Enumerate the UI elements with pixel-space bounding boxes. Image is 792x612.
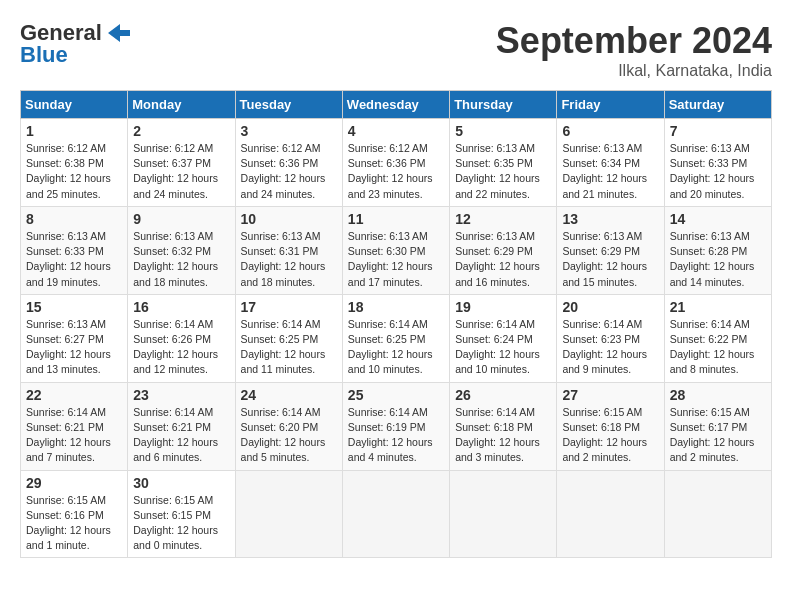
col-wednesday: Wednesday: [342, 91, 449, 119]
calendar-cell: [664, 470, 771, 558]
day-number: 18: [348, 299, 444, 315]
day-number: 20: [562, 299, 658, 315]
calendar-cell: 10Sunrise: 6:13 AM Sunset: 6:31 PM Dayli…: [235, 206, 342, 294]
calendar-cell: 17Sunrise: 6:14 AM Sunset: 6:25 PM Dayli…: [235, 294, 342, 382]
calendar-cell: 28Sunrise: 6:15 AM Sunset: 6:17 PM Dayli…: [664, 382, 771, 470]
day-details: Sunrise: 6:14 AM Sunset: 6:22 PM Dayligh…: [670, 317, 766, 378]
calendar-cell: 23Sunrise: 6:14 AM Sunset: 6:21 PM Dayli…: [128, 382, 235, 470]
calendar-cell: 14Sunrise: 6:13 AM Sunset: 6:28 PM Dayli…: [664, 206, 771, 294]
day-number: 28: [670, 387, 766, 403]
day-number: 16: [133, 299, 229, 315]
day-details: Sunrise: 6:14 AM Sunset: 6:25 PM Dayligh…: [241, 317, 337, 378]
col-tuesday: Tuesday: [235, 91, 342, 119]
calendar-cell: [450, 470, 557, 558]
day-number: 26: [455, 387, 551, 403]
day-details: Sunrise: 6:13 AM Sunset: 6:33 PM Dayligh…: [670, 141, 766, 202]
calendar-cell: 1Sunrise: 6:12 AM Sunset: 6:38 PM Daylig…: [21, 119, 128, 207]
day-number: 13: [562, 211, 658, 227]
day-number: 11: [348, 211, 444, 227]
calendar-week-row: 15Sunrise: 6:13 AM Sunset: 6:27 PM Dayli…: [21, 294, 772, 382]
col-saturday: Saturday: [664, 91, 771, 119]
calendar-cell: 9Sunrise: 6:13 AM Sunset: 6:32 PM Daylig…: [128, 206, 235, 294]
day-details: Sunrise: 6:12 AM Sunset: 6:36 PM Dayligh…: [348, 141, 444, 202]
calendar-cell: 8Sunrise: 6:13 AM Sunset: 6:33 PM Daylig…: [21, 206, 128, 294]
calendar-week-row: 1Sunrise: 6:12 AM Sunset: 6:38 PM Daylig…: [21, 119, 772, 207]
day-details: Sunrise: 6:12 AM Sunset: 6:37 PM Dayligh…: [133, 141, 229, 202]
logo-arrow-icon: [104, 22, 132, 44]
day-number: 6: [562, 123, 658, 139]
calendar-week-row: 8Sunrise: 6:13 AM Sunset: 6:33 PM Daylig…: [21, 206, 772, 294]
calendar-cell: 27Sunrise: 6:15 AM Sunset: 6:18 PM Dayli…: [557, 382, 664, 470]
calendar-cell: 16Sunrise: 6:14 AM Sunset: 6:26 PM Dayli…: [128, 294, 235, 382]
calendar-cell: [235, 470, 342, 558]
day-details: Sunrise: 6:14 AM Sunset: 6:20 PM Dayligh…: [241, 405, 337, 466]
day-number: 2: [133, 123, 229, 139]
day-number: 29: [26, 475, 122, 491]
day-number: 3: [241, 123, 337, 139]
svg-marker-0: [108, 24, 130, 42]
day-number: 22: [26, 387, 122, 403]
day-number: 14: [670, 211, 766, 227]
calendar-cell: 18Sunrise: 6:14 AM Sunset: 6:25 PM Dayli…: [342, 294, 449, 382]
col-thursday: Thursday: [450, 91, 557, 119]
calendar-cell: 3Sunrise: 6:12 AM Sunset: 6:36 PM Daylig…: [235, 119, 342, 207]
logo-text-blue: Blue: [20, 42, 68, 68]
day-details: Sunrise: 6:14 AM Sunset: 6:21 PM Dayligh…: [26, 405, 122, 466]
day-details: Sunrise: 6:15 AM Sunset: 6:16 PM Dayligh…: [26, 493, 122, 554]
calendar-cell: 4Sunrise: 6:12 AM Sunset: 6:36 PM Daylig…: [342, 119, 449, 207]
day-details: Sunrise: 6:13 AM Sunset: 6:29 PM Dayligh…: [562, 229, 658, 290]
day-details: Sunrise: 6:13 AM Sunset: 6:35 PM Dayligh…: [455, 141, 551, 202]
calendar-cell: [557, 470, 664, 558]
day-details: Sunrise: 6:13 AM Sunset: 6:34 PM Dayligh…: [562, 141, 658, 202]
calendar-cell: 6Sunrise: 6:13 AM Sunset: 6:34 PM Daylig…: [557, 119, 664, 207]
day-details: Sunrise: 6:13 AM Sunset: 6:30 PM Dayligh…: [348, 229, 444, 290]
logo: General Blue: [20, 20, 132, 68]
day-details: Sunrise: 6:15 AM Sunset: 6:17 PM Dayligh…: [670, 405, 766, 466]
calendar-cell: 12Sunrise: 6:13 AM Sunset: 6:29 PM Dayli…: [450, 206, 557, 294]
day-number: 25: [348, 387, 444, 403]
calendar-table: Sunday Monday Tuesday Wednesday Thursday…: [20, 90, 772, 558]
day-number: 21: [670, 299, 766, 315]
day-number: 8: [26, 211, 122, 227]
calendar-cell: 20Sunrise: 6:14 AM Sunset: 6:23 PM Dayli…: [557, 294, 664, 382]
calendar-cell: 30Sunrise: 6:15 AM Sunset: 6:15 PM Dayli…: [128, 470, 235, 558]
day-details: Sunrise: 6:15 AM Sunset: 6:15 PM Dayligh…: [133, 493, 229, 554]
location-subtitle: Ilkal, Karnataka, India: [496, 62, 772, 80]
col-friday: Friday: [557, 91, 664, 119]
day-details: Sunrise: 6:12 AM Sunset: 6:38 PM Dayligh…: [26, 141, 122, 202]
day-details: Sunrise: 6:14 AM Sunset: 6:23 PM Dayligh…: [562, 317, 658, 378]
day-details: Sunrise: 6:13 AM Sunset: 6:33 PM Dayligh…: [26, 229, 122, 290]
day-details: Sunrise: 6:14 AM Sunset: 6:21 PM Dayligh…: [133, 405, 229, 466]
calendar-cell: 15Sunrise: 6:13 AM Sunset: 6:27 PM Dayli…: [21, 294, 128, 382]
calendar-cell: 26Sunrise: 6:14 AM Sunset: 6:18 PM Dayli…: [450, 382, 557, 470]
day-details: Sunrise: 6:13 AM Sunset: 6:29 PM Dayligh…: [455, 229, 551, 290]
calendar-cell: 2Sunrise: 6:12 AM Sunset: 6:37 PM Daylig…: [128, 119, 235, 207]
day-number: 7: [670, 123, 766, 139]
day-details: Sunrise: 6:13 AM Sunset: 6:32 PM Dayligh…: [133, 229, 229, 290]
day-number: 1: [26, 123, 122, 139]
day-number: 23: [133, 387, 229, 403]
calendar-cell: 25Sunrise: 6:14 AM Sunset: 6:19 PM Dayli…: [342, 382, 449, 470]
day-details: Sunrise: 6:14 AM Sunset: 6:25 PM Dayligh…: [348, 317, 444, 378]
calendar-cell: [342, 470, 449, 558]
day-number: 5: [455, 123, 551, 139]
page-header: General Blue September 2024 Ilkal, Karna…: [20, 20, 772, 80]
col-sunday: Sunday: [21, 91, 128, 119]
calendar-cell: 29Sunrise: 6:15 AM Sunset: 6:16 PM Dayli…: [21, 470, 128, 558]
day-details: Sunrise: 6:13 AM Sunset: 6:27 PM Dayligh…: [26, 317, 122, 378]
calendar-cell: 21Sunrise: 6:14 AM Sunset: 6:22 PM Dayli…: [664, 294, 771, 382]
calendar-cell: 22Sunrise: 6:14 AM Sunset: 6:21 PM Dayli…: [21, 382, 128, 470]
month-title: September 2024: [496, 20, 772, 62]
day-details: Sunrise: 6:12 AM Sunset: 6:36 PM Dayligh…: [241, 141, 337, 202]
calendar-cell: 13Sunrise: 6:13 AM Sunset: 6:29 PM Dayli…: [557, 206, 664, 294]
calendar-week-row: 29Sunrise: 6:15 AM Sunset: 6:16 PM Dayli…: [21, 470, 772, 558]
day-details: Sunrise: 6:13 AM Sunset: 6:28 PM Dayligh…: [670, 229, 766, 290]
calendar-cell: 24Sunrise: 6:14 AM Sunset: 6:20 PM Dayli…: [235, 382, 342, 470]
day-number: 30: [133, 475, 229, 491]
day-details: Sunrise: 6:14 AM Sunset: 6:18 PM Dayligh…: [455, 405, 551, 466]
day-number: 17: [241, 299, 337, 315]
calendar-cell: 7Sunrise: 6:13 AM Sunset: 6:33 PM Daylig…: [664, 119, 771, 207]
day-number: 10: [241, 211, 337, 227]
day-number: 15: [26, 299, 122, 315]
calendar-cell: 11Sunrise: 6:13 AM Sunset: 6:30 PM Dayli…: [342, 206, 449, 294]
